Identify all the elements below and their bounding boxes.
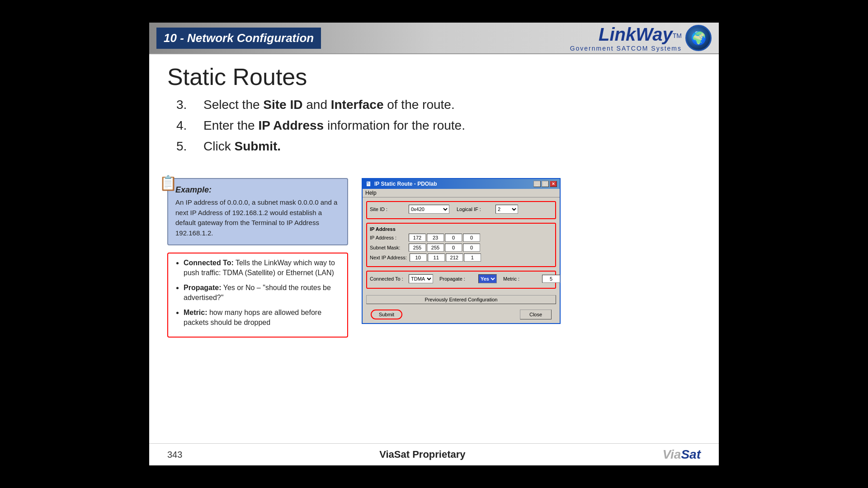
header-logo: LinkWayTM Government SATCOM Systems 🌍 [570, 24, 712, 52]
bullet-propagate: Propagate: Yes or No – "should the route… [184, 283, 341, 303]
next-ip-octet-3[interactable] [446, 253, 463, 262]
previously-entered-button[interactable]: Previously Entered Configuration [366, 295, 556, 304]
next-ip-inputs [410, 253, 481, 262]
connected-to-select[interactable]: TDMA [409, 274, 433, 283]
logo-linkway: LinkWayTM [570, 24, 682, 45]
step-4-text: Enter the IP Address information for the… [203, 118, 465, 133]
footer-page: 343 [167, 450, 182, 460]
step-4: 4. Enter the IP Address information for … [176, 118, 701, 133]
minimize-button[interactable]: _ [533, 181, 541, 187]
bullets-box: Connected To: Tells the LinkWay which wa… [167, 253, 348, 338]
ip-octet-1[interactable] [409, 234, 426, 242]
footer-logo: ViaSat [662, 447, 701, 462]
site-id-label: Site ID : [370, 206, 406, 212]
logical-if-label: Logical IF : [457, 206, 493, 212]
header-title: 10 - Network Configuration [156, 28, 321, 49]
dialog-area: 🖥 IP Static Route - PDOlab _ □ ✕ Help [362, 178, 701, 338]
submit-button[interactable]: Submit [371, 310, 402, 319]
previously-btn-container: Previously Entered Configuration [366, 292, 556, 307]
step-3-text: Select the Site ID and Interface of the … [203, 98, 455, 112]
subnet-octet-4[interactable] [463, 244, 480, 252]
logo-text: LinkWayTM Government SATCOM Systems [570, 24, 682, 52]
connected-to-label: Connected To : [370, 276, 406, 282]
ip-address-section-label: IP Address [370, 226, 552, 232]
win-dialog: 🖥 IP Static Route - PDOlab _ □ ✕ Help [362, 178, 561, 324]
step-5-text: Click Submit. [203, 139, 281, 154]
bullet-metric: Metric: how many hops are allowed before… [184, 308, 341, 328]
main-content: Static Routes 3. Select the Site ID and … [149, 54, 719, 169]
example-area: 📋 Example: An IP address of 0.0.0.0, a s… [167, 178, 348, 338]
ip-address-label: IP Address : [370, 235, 406, 240]
header: 10 - Network Configuration LinkWayTM Gov… [149, 23, 719, 54]
connected-to-box: Connected To : TDMA Propagate : Yes No M… [366, 271, 556, 289]
close-dialog-button[interactable]: Close [520, 310, 552, 319]
bottom-section: 📋 Example: An IP address of 0.0.0.0, a s… [149, 174, 719, 342]
logical-if-select[interactable]: 2 [495, 205, 518, 214]
ip-address-inputs [409, 234, 480, 242]
propagate-label: Propagate : [439, 276, 476, 282]
subnet-mask-row: Subnet Mask: [370, 244, 552, 252]
footer: 343 ViaSat Proprietary ViaSat [149, 443, 719, 465]
bullet-connected-to: Connected To: Tells the LinkWay which wa… [184, 258, 341, 278]
globe-icon: 🌍 [685, 25, 712, 51]
example-box: 📋 Example: An IP address of 0.0.0.0, a s… [167, 178, 348, 245]
ip-address-box: IP Address IP Address : Subnet Mask [366, 223, 556, 267]
steps-list: 3. Select the Site ID and Interface of t… [176, 98, 701, 154]
step-3-num: 3. [176, 98, 194, 112]
step-5: 5. Click Submit. [176, 139, 701, 154]
slide-title: Static Routes [167, 63, 701, 90]
win-titlebar: 🖥 IP Static Route - PDOlab _ □ ✕ [363, 179, 560, 189]
example-title: Example: [175, 185, 340, 195]
subnet-mask-inputs [409, 244, 480, 252]
step-3: 3. Select the Site ID and Interface of t… [176, 98, 701, 112]
step-5-num: 5. [176, 139, 194, 154]
subnet-octet-1[interactable] [409, 244, 426, 252]
next-ip-octet-1[interactable] [410, 253, 427, 262]
footer-proprietary: ViaSat Proprietary [379, 449, 465, 460]
site-id-select[interactable]: 0x420 [409, 205, 449, 214]
ip-octet-4[interactable] [463, 234, 480, 242]
win-titlebar-left: 🖥 IP Static Route - PDOlab [365, 180, 437, 188]
win-menubar: Help [363, 189, 560, 197]
action-buttons-row: Submit Close [366, 310, 556, 319]
subnet-octet-2[interactable] [427, 244, 444, 252]
bullet-list: Connected To: Tells the LinkWay which wa… [184, 258, 341, 328]
subnet-mask-label: Subnet Mask: [370, 245, 406, 250]
next-ip-row: Next IP Address: [370, 253, 552, 262]
win-body: Site ID : 0x420 Logical IF : 2 IP A [363, 197, 560, 323]
ip-octet-3[interactable] [445, 234, 462, 242]
dialog-icon: 🖥 [365, 180, 372, 188]
metric-label: Metric : [503, 276, 539, 282]
ip-address-row: IP Address : [370, 234, 552, 242]
example-text: An IP address of 0.0.0.0, a subnet mask … [175, 197, 340, 238]
metric-input[interactable] [542, 275, 560, 283]
maximize-button[interactable]: □ [542, 181, 549, 187]
site-id-row-box: Site ID : 0x420 Logical IF : 2 [366, 201, 556, 219]
step-4-num: 4. [176, 118, 194, 133]
logo-subtitle: Government SATCOM Systems [570, 45, 682, 52]
close-button[interactable]: ✕ [550, 181, 557, 187]
menu-help[interactable]: Help [365, 190, 377, 196]
site-id-row: Site ID : 0x420 Logical IF : 2 [370, 205, 552, 214]
connected-to-row: Connected To : TDMA Propagate : Yes No M… [370, 274, 552, 283]
next-ip-octet-4[interactable] [464, 253, 481, 262]
subnet-octet-3[interactable] [445, 244, 462, 252]
dialog-title: IP Static Route - PDOlab [374, 181, 437, 187]
next-ip-label: Next IP Address: [370, 255, 407, 260]
propagate-select[interactable]: Yes No [478, 274, 497, 283]
next-ip-octet-2[interactable] [428, 253, 445, 262]
win-controls: _ □ ✕ [533, 181, 557, 187]
ip-octet-2[interactable] [427, 234, 444, 242]
document-icon: 📋 [159, 174, 177, 192]
